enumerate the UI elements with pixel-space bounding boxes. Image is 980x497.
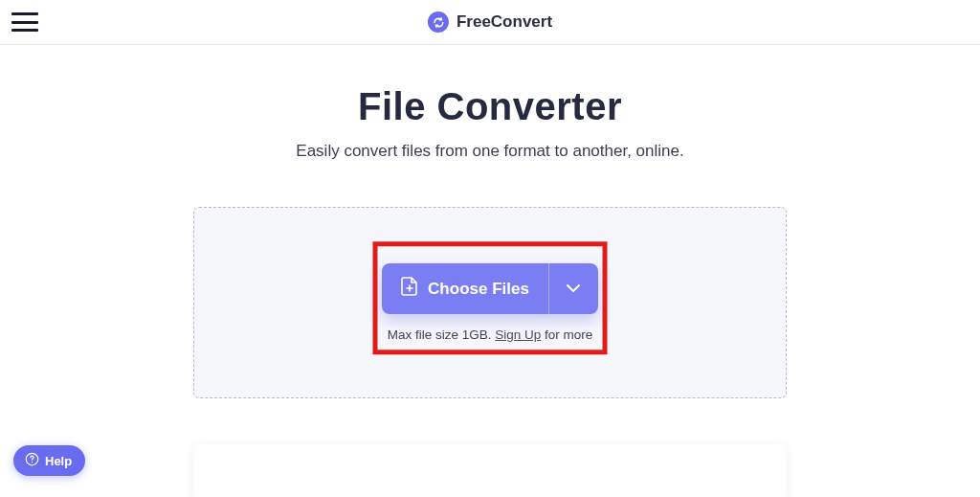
- header: FreeConvert: [0, 0, 980, 45]
- choose-files-button-group: Choose Files: [382, 263, 598, 314]
- choose-files-button[interactable]: Choose Files: [382, 263, 548, 314]
- page-subtitle: Easily convert files from one format to …: [0, 142, 980, 161]
- help-question-icon: [25, 452, 39, 469]
- content-card: [193, 444, 787, 497]
- choose-files-dropdown-button[interactable]: [548, 263, 598, 314]
- file-dropzone[interactable]: Choose Files Max file size 1GB. Sign Up …: [193, 207, 787, 398]
- upload-inner: Choose Files Max file size 1GB. Sign Up …: [382, 263, 598, 342]
- help-widget-button[interactable]: Help: [13, 445, 85, 476]
- brand-logo[interactable]: FreeConvert: [428, 11, 552, 33]
- svg-point-1: [32, 462, 33, 463]
- hamburger-menu-icon[interactable]: [11, 12, 38, 32]
- file-add-icon: [401, 277, 418, 301]
- chevron-down-icon: [567, 282, 580, 296]
- hero-section: File Converter Easily convert files from…: [0, 45, 980, 161]
- page-title: File Converter: [0, 85, 980, 128]
- logo-icon: [428, 11, 449, 33]
- signup-link[interactable]: Sign Up: [495, 328, 541, 342]
- choose-files-label: Choose Files: [428, 280, 529, 299]
- max-file-size-text: Max file size 1GB. Sign Up for more: [388, 328, 593, 342]
- brand-name: FreeConvert: [457, 12, 552, 32]
- help-label: Help: [45, 454, 72, 468]
